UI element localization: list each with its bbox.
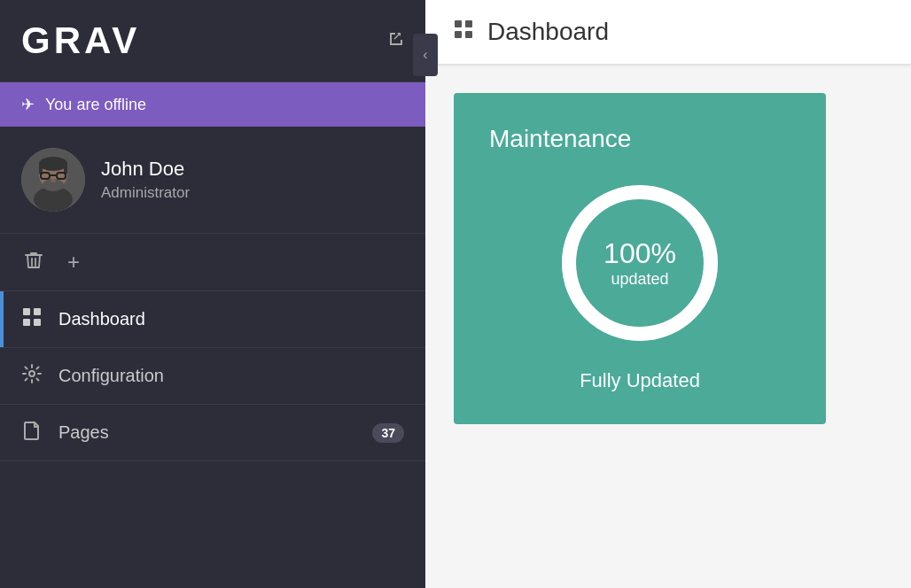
circle-percent: 100% [603, 237, 676, 270]
main-content: Dashboard Maintenance 100% updated Fully… [425, 0, 911, 588]
maintenance-card: Maintenance 100% updated Fully Updated [454, 93, 826, 424]
svg-rect-11 [23, 308, 30, 315]
airplane-icon: ✈ [21, 95, 35, 114]
maintenance-title: Maintenance [489, 125, 631, 153]
header-icons [388, 31, 404, 51]
sidebar-header: GRAV [0, 0, 425, 82]
svg-rect-12 [34, 308, 41, 315]
circle-text: 100% updated [603, 237, 676, 289]
svg-rect-13 [23, 319, 30, 326]
add-button[interactable]: + [64, 246, 83, 278]
configuration-icon [21, 364, 43, 388]
user-section: John Doe Administrator [0, 127, 425, 234]
fully-updated-text: Fully Updated [580, 369, 700, 392]
dashboard-icon [21, 307, 43, 331]
svg-rect-16 [455, 20, 462, 27]
progress-circle: 100% updated [551, 174, 728, 352]
offline-banner: ✈ You are offline [0, 82, 425, 127]
circle-label: updated [603, 270, 676, 289]
offline-text: You are offline [45, 96, 146, 114]
svg-point-3 [39, 157, 67, 171]
pages-label: Pages [58, 422, 356, 443]
toolbar: + [0, 234, 425, 291]
svg-rect-17 [465, 20, 472, 27]
page-title: Dashboard [487, 18, 609, 46]
configuration-label: Configuration [58, 366, 404, 386]
user-info: John Doe Administrator [101, 158, 190, 202]
svg-point-15 [29, 371, 35, 376]
main-header-icon [454, 19, 473, 44]
sidebar-item-configuration[interactable]: Configuration [0, 348, 425, 405]
pages-badge: 37 [372, 423, 404, 443]
pages-icon [21, 421, 43, 445]
user-name: John Doe [101, 158, 190, 181]
svg-rect-14 [34, 319, 41, 326]
sidebar-collapse-button[interactable]: ‹ [413, 34, 438, 76]
sidebar-item-dashboard[interactable]: Dashboard [0, 291, 425, 348]
avatar [21, 148, 85, 212]
svg-rect-19 [465, 31, 472, 38]
external-link-icon[interactable] [388, 31, 404, 51]
dashboard-label: Dashboard [58, 309, 404, 329]
trash-button[interactable] [21, 247, 46, 278]
sidebar-item-pages[interactable]: Pages 37 [0, 405, 425, 461]
main-header: Dashboard [425, 0, 911, 65]
user-role: Administrator [101, 184, 190, 202]
svg-point-10 [51, 179, 56, 182]
sidebar: GRAV ‹ ✈ You are offline [0, 0, 425, 588]
nav-menu: Dashboard Configuration Pages 37 [0, 291, 425, 588]
main-body: Maintenance 100% updated Fully Updated [425, 65, 911, 588]
progress-circle-container: 100% updated Fully Updated [489, 174, 790, 392]
logo: GRAV [21, 19, 140, 62]
svg-rect-18 [455, 31, 462, 38]
